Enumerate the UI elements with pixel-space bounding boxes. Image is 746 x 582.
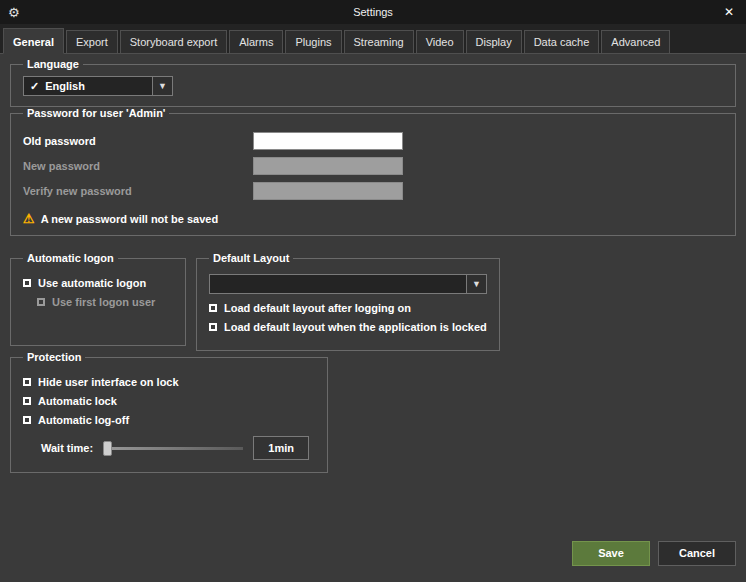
use-first-logon-user-checkbox (37, 298, 45, 306)
use-first-logon-user-row: Use first logon user (37, 296, 173, 308)
title-bar: ⚙ Settings ✕ (0, 0, 746, 24)
hide-ui-on-lock-label: Hide user interface on lock (38, 376, 179, 388)
use-first-logon-user-label: Use first logon user (52, 296, 155, 308)
new-password-field (253, 157, 403, 175)
protection-group: Protection Hide user interface on lock A… (10, 351, 328, 473)
default-layout-dropdown[interactable]: ▼ (209, 274, 487, 294)
verify-password-label: Verify new password (23, 185, 253, 197)
language-legend: Language (23, 58, 83, 70)
old-password-row: Old password (23, 132, 723, 150)
wait-time-label: Wait time: (41, 442, 93, 454)
checkmark-icon: ✓ (30, 80, 39, 93)
old-password-label: Old password (23, 135, 253, 147)
default-layout-dropdown-button[interactable]: ▼ (467, 274, 487, 294)
chevron-down-icon: ▼ (472, 279, 481, 289)
load-after-logon-label: Load default layout after logging on (224, 302, 411, 314)
save-button[interactable]: Save (572, 541, 650, 566)
automatic-lock-label: Automatic lock (38, 395, 117, 407)
tab-data-cache[interactable]: Data cache (524, 30, 600, 53)
language-selected: English (45, 80, 85, 92)
automatic-logon-group: Automatic logon Use automatic logon Use … (10, 252, 186, 346)
default-layout-legend: Default Layout (209, 252, 293, 264)
warning-icon: ⚠ (23, 212, 35, 225)
wait-time-value: 1min (253, 436, 309, 460)
language-group: Language ✓ English ▼ (10, 58, 736, 107)
language-dropdown-button[interactable]: ▼ (153, 76, 173, 96)
tab-plugins[interactable]: Plugins (285, 30, 341, 53)
window-title: Settings (0, 6, 746, 18)
tab-advanced[interactable]: Advanced (601, 30, 670, 53)
settings-content: Language ✓ English ▼ Password for user '… (0, 54, 746, 536)
close-icon[interactable]: ✕ (720, 3, 738, 21)
use-automatic-logon-row: Use automatic logon (23, 277, 173, 289)
protection-legend: Protection (23, 351, 85, 363)
tab-display[interactable]: Display (466, 30, 522, 53)
language-dropdown-value[interactable]: ✓ English (23, 76, 153, 96)
automatic-logon-legend: Automatic logon (23, 252, 118, 264)
new-password-row: New password (23, 157, 723, 175)
language-dropdown[interactable]: ✓ English ▼ (23, 76, 173, 96)
automatic-logoff-checkbox[interactable] (23, 416, 31, 424)
load-when-locked-row: Load default layout when the application… (209, 321, 487, 333)
cancel-button[interactable]: Cancel (658, 541, 736, 566)
tab-alarms[interactable]: Alarms (229, 30, 283, 53)
hide-ui-on-lock-row: Hide user interface on lock (23, 376, 315, 388)
load-when-locked-checkbox[interactable] (209, 323, 217, 331)
automatic-logoff-row: Automatic log-off (23, 414, 315, 426)
tab-video[interactable]: Video (416, 30, 464, 53)
logon-layout-row: Automatic logon Use automatic logon Use … (10, 252, 736, 351)
tab-storyboard-export[interactable]: Storyboard export (120, 30, 227, 53)
load-after-logon-row: Load default layout after logging on (209, 302, 487, 314)
verify-password-field (253, 182, 403, 200)
wait-time-slider[interactable] (103, 441, 243, 456)
settings-window: ⚙ Settings ✕ General Export Storyboard e… (0, 0, 746, 582)
default-layout-group: Default Layout ▼ Load default layout aft… (196, 252, 500, 351)
wait-time-row: Wait time: 1min (41, 436, 315, 460)
tab-general[interactable]: General (3, 28, 64, 54)
load-after-logon-checkbox[interactable] (209, 304, 217, 312)
old-password-field[interactable] (253, 132, 403, 150)
tab-bar: General Export Storyboard export Alarms … (0, 24, 746, 54)
tab-streaming[interactable]: Streaming (344, 30, 414, 53)
verify-password-row: Verify new password (23, 182, 723, 200)
automatic-logoff-label: Automatic log-off (38, 414, 129, 426)
password-group: Password for user 'Admin' Old password N… (10, 107, 736, 236)
dialog-footer: Save Cancel (0, 536, 746, 582)
chevron-down-icon: ▼ (158, 81, 167, 91)
automatic-lock-row: Automatic lock (23, 395, 315, 407)
new-password-label: New password (23, 160, 253, 172)
use-automatic-logon-checkbox[interactable] (23, 279, 31, 287)
password-warning: ⚠ A new password will not be saved (23, 212, 723, 225)
load-when-locked-label: Load default layout when the application… (224, 321, 487, 333)
hide-ui-on-lock-checkbox[interactable] (23, 378, 31, 386)
automatic-lock-checkbox[interactable] (23, 397, 31, 405)
password-warning-text: A new password will not be saved (41, 213, 218, 225)
use-automatic-logon-label: Use automatic logon (38, 277, 146, 289)
slider-track[interactable] (103, 447, 243, 450)
slider-handle[interactable] (103, 441, 112, 456)
password-legend: Password for user 'Admin' (23, 107, 169, 119)
default-layout-dropdown-value[interactable] (209, 274, 467, 294)
tab-export[interactable]: Export (66, 30, 118, 53)
